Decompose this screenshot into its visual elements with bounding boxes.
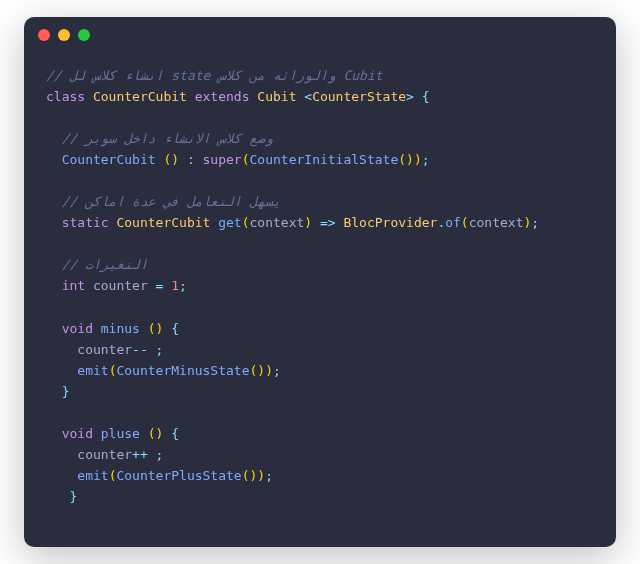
code-token: context <box>469 215 524 230</box>
code-token: ; <box>156 342 164 357</box>
code-token: ) <box>265 363 273 378</box>
code-token: < <box>304 89 312 104</box>
code-token: counter <box>46 447 132 462</box>
code-token: counter <box>46 342 132 357</box>
code-token: : <box>179 152 202 167</box>
window-titlebar <box>24 17 616 53</box>
code-token <box>46 321 62 336</box>
code-token: of <box>445 215 461 230</box>
code-token: CounterCubit <box>62 152 164 167</box>
code-token: minus <box>101 321 148 336</box>
code-token: BlocProvider <box>343 215 437 230</box>
code-token: وضع كلاس الانشاء داخل سوبر <box>85 131 273 146</box>
code-line <box>46 297 594 318</box>
code-token: ) <box>304 215 312 230</box>
code-token: CounterMinusState <box>116 363 249 378</box>
code-token: = <box>156 278 172 293</box>
code-token: counter <box>93 278 156 293</box>
code-token: انشاء كلاس لل <box>69 68 163 83</box>
code-token: void <box>62 321 101 336</box>
code-line: int counter = 1; <box>46 275 594 296</box>
code-token: يسهل التعامل في عدة اماكن <box>85 194 281 209</box>
code-line <box>46 402 594 423</box>
code-token: ( <box>398 152 406 167</box>
code-token: ; <box>422 152 430 167</box>
code-token: Cubit <box>257 89 304 104</box>
code-line: counter++ ; <box>46 444 594 465</box>
code-line: // التغيرات <box>46 254 594 275</box>
code-token: emit <box>77 468 108 483</box>
code-token: ( <box>461 215 469 230</box>
code-token: { <box>414 89 430 104</box>
code-token: extends <box>195 89 258 104</box>
code-line <box>46 528 594 547</box>
code-line: static CounterCubit get(context) => Bloc… <box>46 212 594 233</box>
code-line: // وضع كلاس الانشاء داخل سوبر <box>46 128 594 149</box>
code-token: CounterCubit <box>116 215 218 230</box>
code-line: // انشاء كلاس لل state والوراثه من كلاس … <box>46 65 594 86</box>
code-line: void minus () { <box>46 318 594 339</box>
code-line: } <box>46 486 594 507</box>
code-token: التغيرات <box>85 257 148 272</box>
code-token: state <box>163 68 218 83</box>
code-token: ; <box>531 215 539 230</box>
code-token: pluse <box>101 426 148 441</box>
code-token: ; <box>265 468 273 483</box>
code-area: // انشاء كلاس لل state والوراثه من كلاس … <box>24 53 616 547</box>
code-token <box>46 426 62 441</box>
code-line <box>46 233 594 254</box>
code-token: CounterInitialState <box>250 152 399 167</box>
code-token: ; <box>273 363 281 378</box>
code-token: ( <box>242 215 250 230</box>
code-token: { <box>163 321 179 336</box>
code-token: ) <box>406 152 414 167</box>
code-token: int <box>62 278 93 293</box>
maximize-icon[interactable] <box>78 29 90 41</box>
code-token: } <box>46 489 77 504</box>
code-token: ) <box>257 468 265 483</box>
code-token <box>46 278 62 293</box>
code-token: // <box>46 131 85 146</box>
code-token: Cubit <box>336 68 383 83</box>
code-token: => <box>312 215 343 230</box>
code-line: CounterCubit () : super(CounterInitialSt… <box>46 149 594 170</box>
code-token: 1 <box>171 278 179 293</box>
code-token <box>46 215 62 230</box>
minimize-icon[interactable] <box>58 29 70 41</box>
code-line <box>46 170 594 191</box>
code-token: } <box>46 384 69 399</box>
code-token: ; <box>156 447 164 462</box>
code-token: ( <box>148 426 156 441</box>
code-token: CounterState <box>312 89 406 104</box>
code-line: // يسهل التعامل في عدة اماكن <box>46 191 594 212</box>
code-token: // <box>46 68 69 83</box>
code-token <box>46 468 77 483</box>
code-token: ( <box>242 468 250 483</box>
code-line: } <box>46 381 594 402</box>
code-token: context <box>250 215 305 230</box>
close-icon[interactable] <box>38 29 50 41</box>
code-token: ) <box>171 152 179 167</box>
code-line: counter-- ; <box>46 339 594 360</box>
code-token: -- <box>132 342 155 357</box>
code-line: emit(CounterPlusState()); <box>46 465 594 486</box>
code-window: // انشاء كلاس لل state والوراثه من كلاس … <box>24 17 616 547</box>
code-token: // <box>46 257 85 272</box>
code-token: ++ <box>132 447 155 462</box>
code-line: class CounterCubit extends Cubit <Counte… <box>46 86 594 107</box>
code-token: super <box>203 152 242 167</box>
code-token: ( <box>242 152 250 167</box>
code-line: emit(CounterMinusState()); <box>46 360 594 381</box>
code-token: ( <box>148 321 156 336</box>
code-token: CounterCubit <box>93 89 195 104</box>
code-line <box>46 507 594 528</box>
code-token: // <box>46 194 85 209</box>
code-token: > <box>406 89 414 104</box>
code-token: ) <box>257 363 265 378</box>
code-token: get <box>218 215 241 230</box>
code-token: ) <box>414 152 422 167</box>
code-token <box>46 152 62 167</box>
code-token: void <box>62 426 101 441</box>
code-token: static <box>62 215 117 230</box>
code-token: والوراثه من كلاس <box>218 68 335 83</box>
